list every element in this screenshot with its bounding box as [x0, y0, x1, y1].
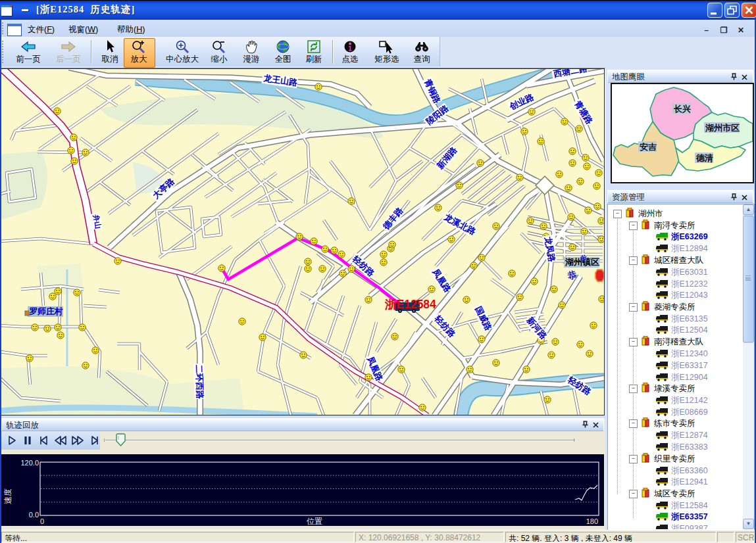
svg-text:湖州市区: 湖州市区: [705, 123, 740, 133]
svg-text:速度: 速度: [3, 488, 13, 504]
svg-text:长兴: 长兴: [673, 104, 691, 114]
svg-text:安吉: 安吉: [640, 142, 657, 152]
svg-text:罗师庄村: 罗师庄村: [29, 306, 63, 316]
svg-text:180: 180: [586, 517, 598, 525]
svg-text:德清: 德清: [695, 153, 713, 163]
svg-text:0: 0: [40, 517, 44, 525]
svg-text:0.0: 0.0: [29, 511, 39, 519]
svg-text:位置: 位置: [307, 517, 322, 526]
svg-text:浙E12584: 浙E12584: [384, 298, 436, 311]
svg-text:二环西路: 二环西路: [194, 365, 205, 400]
svg-text:120.0: 120.0: [20, 459, 39, 467]
